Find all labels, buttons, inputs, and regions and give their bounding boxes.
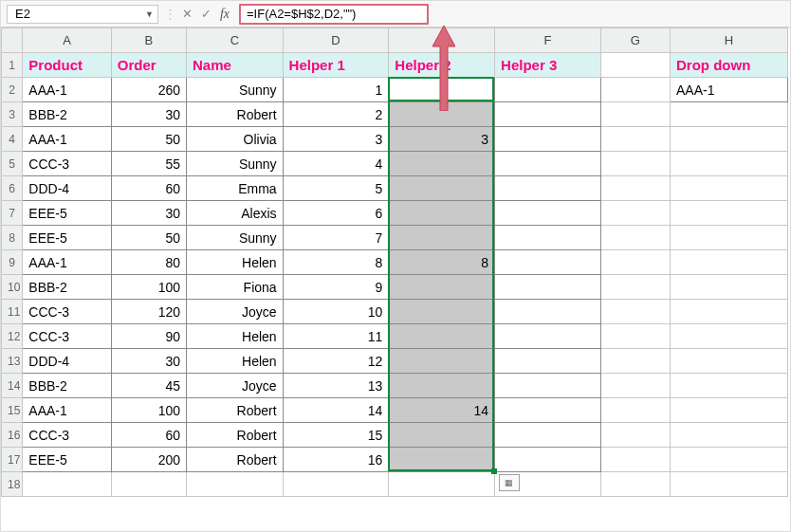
row-header-14[interactable]: 14: [2, 374, 23, 398]
cell-D4[interactable]: 3: [283, 127, 389, 152]
col-header-F[interactable]: F: [495, 28, 601, 53]
cell-blank-18-2[interactable]: [187, 472, 284, 497]
cell-B17[interactable]: 200: [111, 448, 186, 472]
cell-C11[interactable]: Joyce: [187, 300, 284, 324]
cell-H12[interactable]: [671, 324, 788, 349]
cell-F11[interactable]: [495, 300, 601, 324]
cell-H2[interactable]: AAA-1: [671, 78, 788, 102]
col-header-E[interactable]: E: [389, 28, 495, 53]
cell-G4[interactable]: [600, 127, 670, 152]
cell-B12[interactable]: 90: [111, 324, 186, 349]
cell-G5[interactable]: [600, 152, 670, 176]
row-header-4[interactable]: 4: [2, 127, 23, 152]
row-header-18[interactable]: 18: [2, 472, 23, 497]
cell-E6[interactable]: [389, 176, 495, 201]
cell-A11[interactable]: CCC-3: [23, 300, 111, 324]
col-header-C[interactable]: C: [187, 28, 284, 53]
cell-B14[interactable]: 45: [111, 374, 186, 398]
row-header-3[interactable]: 3: [2, 102, 23, 127]
header-cell-E[interactable]: Helper 2: [389, 53, 495, 78]
header-cell-G[interactable]: [600, 53, 670, 78]
cell-F6[interactable]: [495, 176, 601, 201]
cell-H8[interactable]: [671, 226, 788, 250]
cell-G12[interactable]: [600, 324, 670, 349]
cell-F4[interactable]: [495, 127, 601, 152]
row-header-6[interactable]: 6: [2, 176, 23, 201]
cell-B7[interactable]: 30: [111, 201, 186, 226]
cell-B15[interactable]: 100: [111, 398, 186, 423]
row-header-17[interactable]: 17: [2, 448, 23, 472]
name-box[interactable]: E2 ▼: [7, 5, 158, 24]
cell-A16[interactable]: CCC-3: [23, 423, 111, 448]
cell-C4[interactable]: Olivia: [187, 127, 284, 152]
cell-H5[interactable]: [671, 152, 788, 176]
cell-F8[interactable]: [495, 226, 601, 250]
cell-blank-18-6[interactable]: [600, 472, 670, 497]
fill-handle[interactable]: [491, 468, 497, 474]
cell-D2[interactable]: 1: [283, 78, 389, 102]
fx-icon[interactable]: fx: [216, 6, 233, 23]
cell-G10[interactable]: [600, 275, 670, 300]
cell-A7[interactable]: EEE-5: [23, 201, 111, 226]
cell-B13[interactable]: 30: [111, 349, 186, 374]
cell-E5[interactable]: [389, 152, 495, 176]
cell-C8[interactable]: Sunny: [187, 226, 284, 250]
cell-D14[interactable]: 13: [283, 374, 389, 398]
cell-D3[interactable]: 2: [283, 102, 389, 127]
header-cell-D[interactable]: Helper 1: [283, 53, 389, 78]
cell-E16[interactable]: [389, 423, 495, 448]
col-header-H[interactable]: H: [671, 28, 788, 53]
row-header-1[interactable]: 1: [2, 53, 23, 78]
cell-G9[interactable]: [600, 250, 670, 275]
cell-G16[interactable]: [600, 423, 670, 448]
cell-B4[interactable]: 50: [111, 127, 186, 152]
paste-options-icon[interactable]: ▦: [499, 474, 520, 491]
cell-blank-18-0[interactable]: [23, 472, 111, 497]
cell-A4[interactable]: AAA-1: [23, 127, 111, 152]
cell-B10[interactable]: 100: [111, 275, 186, 300]
cell-F5[interactable]: [495, 152, 601, 176]
cell-A17[interactable]: EEE-5: [23, 448, 111, 472]
cell-A15[interactable]: AAA-1: [23, 398, 111, 423]
header-cell-F[interactable]: Helper 3: [495, 53, 601, 78]
cell-C12[interactable]: Helen: [187, 324, 284, 349]
cell-C5[interactable]: Sunny: [187, 152, 284, 176]
row-header-15[interactable]: 15: [2, 398, 23, 423]
cancel-icon[interactable]: ✕: [178, 6, 195, 23]
row-header-2[interactable]: 2: [2, 78, 23, 102]
cell-F3[interactable]: [495, 102, 601, 127]
row-header-11[interactable]: 11: [2, 300, 23, 324]
cell-C10[interactable]: Fiona: [187, 275, 284, 300]
cell-D9[interactable]: 8: [283, 250, 389, 275]
cell-H16[interactable]: [671, 423, 788, 448]
cell-A13[interactable]: DDD-4: [23, 349, 111, 374]
cell-F16[interactable]: [495, 423, 601, 448]
cell-G2[interactable]: [600, 78, 670, 102]
cell-B5[interactable]: 55: [111, 152, 186, 176]
cell-G7[interactable]: [600, 201, 670, 226]
cell-D10[interactable]: 9: [283, 275, 389, 300]
row-header-5[interactable]: 5: [2, 152, 23, 176]
cell-blank-18-3[interactable]: [283, 472, 389, 497]
cell-D5[interactable]: 4: [283, 152, 389, 176]
row-header-13[interactable]: 13: [2, 349, 23, 374]
col-header-G[interactable]: G: [600, 28, 670, 53]
col-header-A[interactable]: A: [23, 28, 111, 53]
header-cell-C[interactable]: Name: [187, 53, 284, 78]
cell-E8[interactable]: [389, 226, 495, 250]
cell-D15[interactable]: 14: [283, 398, 389, 423]
cell-H14[interactable]: [671, 374, 788, 398]
cell-E7[interactable]: [389, 201, 495, 226]
cell-A8[interactable]: EEE-5: [23, 226, 111, 250]
cell-E9[interactable]: 8: [389, 250, 495, 275]
cell-E4[interactable]: 3: [389, 127, 495, 152]
name-box-dropdown-icon[interactable]: ▼: [145, 9, 154, 19]
cell-F17[interactable]: [495, 448, 601, 472]
cell-H10[interactable]: [671, 275, 788, 300]
cell-G15[interactable]: [600, 398, 670, 423]
cell-B6[interactable]: 60: [111, 176, 186, 201]
cell-C17[interactable]: Robert: [187, 448, 284, 472]
cell-C6[interactable]: Emma: [187, 176, 284, 201]
cell-D11[interactable]: 10: [283, 300, 389, 324]
cell-H17[interactable]: [671, 448, 788, 472]
